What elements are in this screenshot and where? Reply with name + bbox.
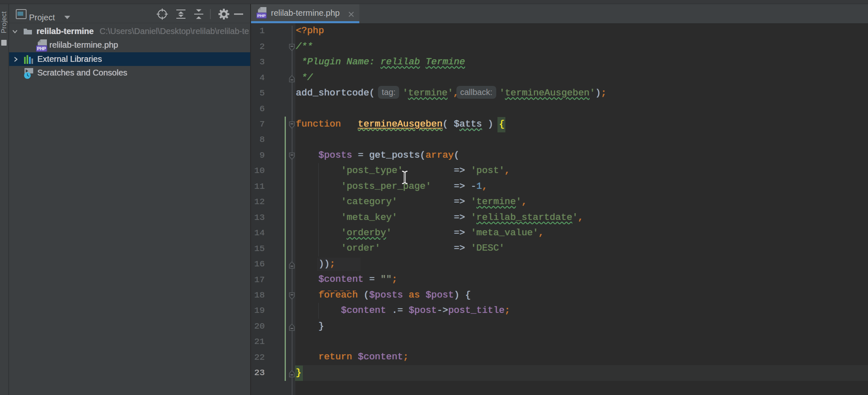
svg-text:PHP: PHP — [37, 46, 46, 51]
svg-text:PHP: PHP — [257, 13, 266, 18]
